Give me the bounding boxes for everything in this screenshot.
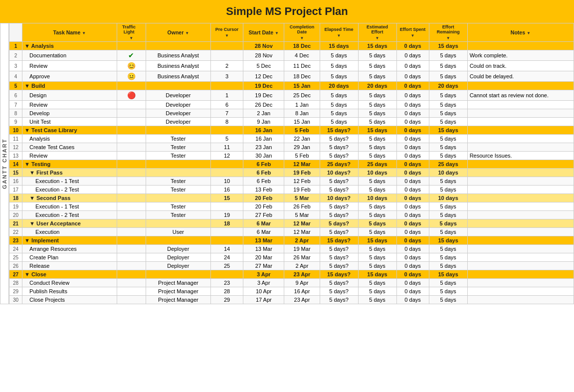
task-name-cell: Review — [22, 101, 117, 109]
startdate-filter-arrow[interactable]: ▼ — [275, 31, 279, 35]
traffic-light-cell — [117, 287, 146, 296]
start-date-cell: 3 Apr — [243, 279, 284, 287]
owner-cell — [146, 194, 210, 202]
elapsed-time-cell: 5 days — [320, 71, 358, 82]
effort-remaining-cell: 5 days — [429, 50, 467, 61]
col-header-taskname[interactable]: Task Name ▼ — [22, 23, 117, 42]
estimated-effort-cell: 15 days — [358, 126, 396, 135]
check-icon: ✔ — [128, 51, 134, 59]
traffic-light-cell — [117, 143, 146, 152]
taskname-filter-arrow[interactable]: ▼ — [82, 31, 86, 35]
task-name-cell: ▼ Build — [22, 82, 117, 90]
elapsed-filter-arrow[interactable]: ▼ — [337, 33, 341, 38]
task-name-cell: Execution - 2 Test — [22, 211, 117, 219]
row-number: 13 — [9, 152, 22, 160]
row-number: 15 — [9, 169, 22, 177]
effort-remaining-cell: 10 days — [429, 169, 467, 177]
completion-date-cell: 18 Dec — [284, 42, 320, 50]
task-name-cell: Conduct Review — [22, 279, 117, 287]
elapsed-time-cell: 5 days? — [320, 143, 358, 152]
completion-date-cell: 29 Jan — [284, 143, 320, 152]
project-table-wrapper: Task Name ▼ Traffic Light ▼ Owner ▼ Pre … — [9, 23, 574, 304]
gantt-chart-label: GANTT CHART — [0, 23, 9, 304]
estimated-effort-cell: 10 days — [358, 194, 396, 202]
notes-cell — [467, 236, 574, 245]
traffic-filter-arrow[interactable]: ▼ — [129, 36, 133, 40]
start-date-cell: 19 Dec — [243, 90, 284, 101]
precursor-cell: 6 — [210, 101, 243, 109]
start-date-cell: 5 Dec — [243, 61, 284, 71]
elapsed-time-cell: 5 days? — [320, 135, 358, 143]
effort-remaining-cell: 25 days — [429, 160, 467, 169]
notes-cell: Could be delayed. — [467, 71, 574, 82]
compdate-filter-arrow[interactable]: ▼ — [300, 36, 304, 40]
elapsed-time-cell: 5 days — [320, 61, 358, 71]
completion-date-cell: 2 Apr — [284, 236, 320, 245]
effort-remaining-cell: 5 days — [429, 135, 467, 143]
traffic-light-cell — [117, 135, 146, 143]
col-header-notes[interactable]: Notes ▼ — [467, 23, 574, 42]
precursor-cell: 2 — [210, 61, 243, 71]
col-header-owner[interactable]: Owner ▼ — [146, 23, 210, 42]
row-number: 27 — [9, 270, 22, 279]
effort-remaining-cell: 5 days — [429, 109, 467, 118]
effort-remaining-cell: 20 days — [429, 82, 467, 90]
task-name-cell: Execution - 1 Test — [22, 177, 117, 186]
effort-spent-cell: 0 days — [396, 296, 429, 304]
start-date-cell: 13 Mar — [243, 245, 284, 253]
col-header-compdate[interactable]: Completion Date ▼ — [284, 23, 320, 42]
col-header-esteff[interactable]: Estimated Effort ▼ — [358, 23, 396, 42]
traffic-light-cell — [117, 177, 146, 186]
traffic-light-cell — [117, 202, 146, 211]
task-name-cell: ▼ Second Pass — [22, 194, 117, 202]
traffic-light-cell — [117, 101, 146, 109]
elapsed-time-cell: 5 days? — [320, 296, 358, 304]
start-date-cell: 28 Nov — [243, 50, 284, 61]
completion-date-cell: 5 Mar — [284, 194, 320, 202]
esteff-filter-arrow[interactable]: ▼ — [376, 36, 380, 40]
table-row: 22ExecutionUser6 Mar12 Mar5 days?5 days0… — [9, 228, 574, 236]
table-row: 1▼ Analysis28 Nov18 Dec15 days15 days0 d… — [9, 42, 574, 50]
owner-filter-arrow[interactable]: ▼ — [185, 31, 189, 35]
task-name-cell: Unit Test — [22, 118, 117, 126]
elapsed-time-cell: 15 days — [320, 42, 358, 50]
owner-cell: Developer — [146, 90, 210, 101]
owner-cell — [146, 219, 210, 228]
effspent-filter-arrow[interactable]: ▼ — [411, 33, 415, 38]
notes-cell — [467, 253, 574, 262]
effort-spent-cell: 0 days — [396, 50, 429, 61]
col-header-elapsed[interactable]: Elapsed Time ▼ — [320, 23, 358, 42]
traffic-light-cell — [117, 42, 146, 50]
traffic-light-cell — [117, 160, 146, 169]
effort-remaining-cell: 5 days — [429, 245, 467, 253]
row-number: 19 — [9, 202, 22, 211]
start-date-cell: 9 Jan — [243, 118, 284, 126]
effort-remaining-cell: 5 days — [429, 143, 467, 152]
effort-spent-cell: 0 days — [396, 219, 429, 228]
elapsed-time-cell: 5 days — [320, 109, 358, 118]
elapsed-time-cell: 5 days? — [320, 186, 358, 194]
precursor-filter-arrow[interactable]: ▼ — [225, 33, 229, 38]
task-name-cell: Arrange Resources — [22, 245, 117, 253]
effort-spent-cell: 0 days — [396, 152, 429, 160]
completion-date-cell: 11 Dec — [284, 61, 320, 71]
precursor-cell — [210, 42, 243, 50]
owner-cell: Deployer — [146, 253, 210, 262]
table-row: 20Execution - 2 TestTester1927 Feb5 Mar5… — [9, 211, 574, 219]
task-name-cell: Execution - 2 Test — [22, 186, 117, 194]
page-title: Simple MS Project Plan — [0, 0, 574, 23]
col-header-traffic[interactable]: Traffic Light ▼ — [117, 23, 146, 42]
notes-cell — [467, 287, 574, 296]
notes-filter-arrow[interactable]: ▼ — [527, 31, 531, 35]
col-header-precursor[interactable]: Pre Cursor ▼ — [210, 23, 243, 42]
start-date-cell: 6 Mar — [243, 228, 284, 236]
estimated-effort-cell: 5 days — [358, 219, 396, 228]
effrem-filter-arrow[interactable]: ▼ — [446, 36, 450, 40]
col-header-effrem[interactable]: Effort Remaining ▼ — [429, 23, 467, 42]
table-row: 16Execution - 1 TestTester106 Feb12 Feb5… — [9, 177, 574, 186]
notes-cell: Work complete. — [467, 50, 574, 61]
col-header-startdate[interactable]: Start Date ▼ — [243, 23, 284, 42]
col-header-effspent[interactable]: Effort Spent ▼ — [396, 23, 429, 42]
start-date-cell: 16 Jan — [243, 135, 284, 143]
precursor-cell — [210, 82, 243, 90]
